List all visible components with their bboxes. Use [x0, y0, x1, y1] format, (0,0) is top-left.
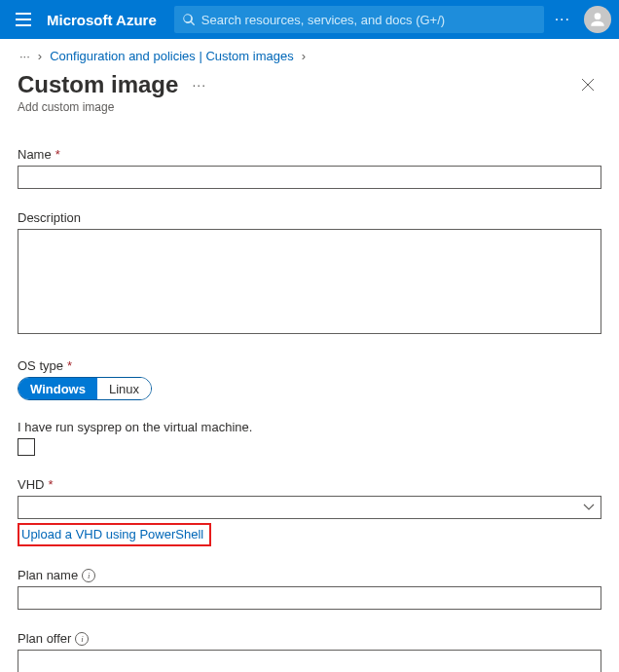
- svg-rect-2: [16, 24, 31, 26]
- close-button[interactable]: [574, 71, 601, 98]
- search-icon: [182, 13, 196, 26]
- name-label: Name: [18, 147, 52, 162]
- azure-header: Microsoft Azure ···: [0, 0, 619, 39]
- menu-icon[interactable]: [8, 4, 39, 35]
- search-input[interactable]: [201, 13, 536, 27]
- info-icon[interactable]: i: [82, 569, 95, 582]
- sysprep-checkbox[interactable]: [18, 438, 35, 456]
- field-sysprep: I have run sysprep on the virtual machin…: [18, 420, 601, 456]
- sysprep-label: I have run sysprep on the virtual machin…: [18, 420, 601, 434]
- required-indicator: *: [48, 477, 53, 492]
- search-box[interactable]: [174, 6, 544, 33]
- upload-vhd-link[interactable]: Upload a VHD using PowerShell: [18, 523, 211, 546]
- ostype-toggle: Windows Linux: [18, 377, 152, 400]
- description-input[interactable]: [18, 229, 601, 334]
- title-row: Custom image ···: [18, 71, 601, 98]
- plan-offer-input[interactable]: [18, 650, 601, 672]
- required-indicator: *: [55, 147, 60, 162]
- field-description: Description: [18, 210, 601, 337]
- name-input[interactable]: [18, 166, 601, 189]
- info-icon[interactable]: i: [75, 632, 89, 646]
- plan-offer-label: Plan offer: [18, 631, 71, 646]
- field-vhd: VHD * Upload a VHD using PowerShell: [18, 477, 601, 546]
- field-ostype: OS type * Windows Linux: [18, 358, 601, 400]
- vhd-label: VHD: [18, 477, 44, 492]
- ostype-option-linux[interactable]: Linux: [97, 378, 151, 399]
- page-more-icon[interactable]: ···: [192, 77, 206, 93]
- plan-name-label: Plan name: [18, 568, 78, 582]
- required-indicator: *: [67, 358, 72, 373]
- avatar[interactable]: [584, 6, 611, 33]
- vhd-select[interactable]: [18, 496, 601, 519]
- breadcrumb-link[interactable]: Configuration and policies | Custom imag…: [50, 49, 294, 63]
- description-label: Description: [18, 210, 81, 225]
- chevron-right-icon: ›: [302, 49, 306, 63]
- page-subtitle: Add custom image: [18, 100, 601, 114]
- header-more-icon[interactable]: ···: [547, 8, 578, 31]
- ostype-label: OS type: [18, 358, 63, 373]
- svg-rect-0: [16, 13, 31, 15]
- header-right: ···: [547, 6, 611, 33]
- chevron-right-icon: ›: [38, 49, 42, 63]
- field-name: Name *: [18, 147, 601, 189]
- page-title: Custom image: [18, 71, 178, 98]
- chevron-down-icon: [583, 504, 595, 511]
- plan-name-input[interactable]: [18, 586, 601, 610]
- field-plan-offer: Plan offer i: [18, 631, 601, 672]
- svg-rect-1: [16, 19, 31, 20]
- page-body: Custom image ··· Add custom image Name *…: [0, 71, 619, 672]
- field-plan-name: Plan name i: [18, 568, 601, 610]
- ostype-option-windows[interactable]: Windows: [18, 378, 97, 399]
- breadcrumb: ··· › Configuration and policies | Custo…: [0, 39, 619, 71]
- brand-label[interactable]: Microsoft Azure: [47, 12, 157, 28]
- breadcrumb-ellipsis[interactable]: ···: [19, 49, 30, 63]
- close-icon: [581, 78, 595, 92]
